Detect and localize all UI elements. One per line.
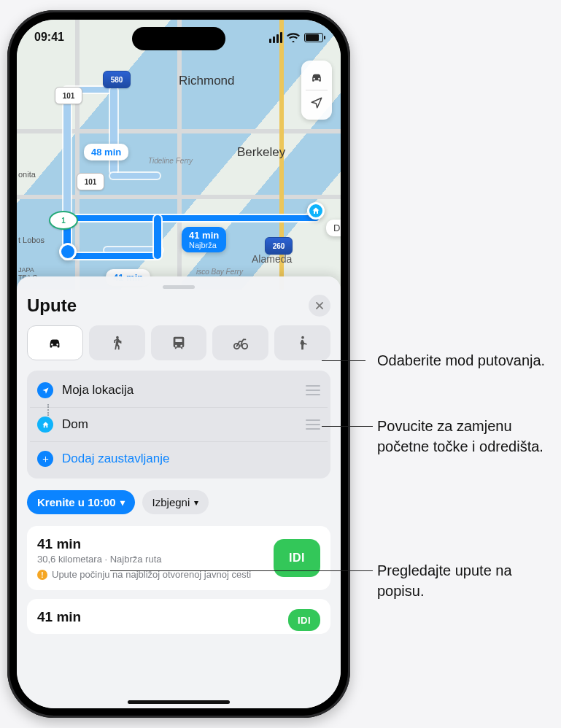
svg-point-0 bbox=[116, 336, 119, 339]
mode-cycling[interactable] bbox=[212, 325, 268, 360]
highway-shield-101: 101 bbox=[77, 173, 104, 190]
directions-sheet: Upute bbox=[17, 276, 341, 708]
stop-to-label: Dom bbox=[62, 417, 297, 432]
stop-from-label: Moja lokacija bbox=[62, 383, 297, 398]
mode-rideshare[interactable] bbox=[274, 325, 330, 360]
route-time: 41 min bbox=[37, 609, 279, 625]
recenter-button[interactable] bbox=[301, 90, 332, 115]
avoid-options-pill[interactable]: Izbjegni ▾ bbox=[142, 490, 209, 514]
travel-mode-segmented bbox=[27, 325, 330, 360]
stops-card: Moja lokacija Dom Dodaj bbox=[27, 371, 330, 479]
route-time: 41 min bbox=[37, 536, 265, 552]
sheet-grabber[interactable] bbox=[163, 285, 195, 289]
highway-shield-101: 101 bbox=[55, 87, 82, 104]
home-icon bbox=[37, 417, 53, 433]
map-label-bonita: onita bbox=[18, 170, 36, 179]
destination-label: Dom bbox=[326, 220, 341, 236]
depart-time-pill[interactable]: Krenite u 10:00 ▾ bbox=[27, 490, 135, 514]
phone-frame: 09:41 bbox=[7, 10, 350, 718]
depart-time-label: Krenite u 10:00 bbox=[37, 496, 116, 508]
map-label-ptlobos: t Lobos bbox=[18, 236, 45, 244]
route-options: Krenite u 10:00 ▾ Izbjegni ▾ bbox=[27, 490, 330, 514]
close-button[interactable] bbox=[309, 295, 330, 317]
warning-icon: ! bbox=[37, 570, 47, 580]
map-controls bbox=[301, 61, 332, 120]
map-label-sfbayferry: isco Bay Ferry bbox=[196, 268, 243, 276]
map-label-richmond: Richmond bbox=[179, 74, 235, 88]
svg-point-2 bbox=[242, 344, 247, 349]
add-stop-row[interactable]: Dodaj zaustavljanje bbox=[30, 441, 328, 476]
destination-pin[interactable] bbox=[307, 202, 325, 220]
route-distance: 30,6 kilometara · Najbrža ruta bbox=[37, 554, 265, 565]
map-view[interactable]: Dom 101 101 580 260 1 48 min 41 min 41 m… bbox=[17, 20, 341, 290]
callout-list: Pregledajte upute na popisu. bbox=[377, 560, 552, 601]
go-button[interactable]: IDI bbox=[274, 539, 320, 577]
route-bubble-time: 41 min bbox=[189, 230, 219, 241]
cellular-icon bbox=[269, 32, 282, 43]
mode-driving[interactable] bbox=[27, 325, 83, 360]
go-button-label: IDI bbox=[289, 551, 305, 565]
chevron-down-icon: ▾ bbox=[194, 497, 198, 508]
route-card[interactable]: 41 min 30,6 kilometara · Najbrža ruta ! … bbox=[27, 526, 330, 590]
home-indicator[interactable] bbox=[128, 700, 230, 704]
avoid-label: Izbjegni bbox=[152, 496, 190, 508]
status-time: 09:41 bbox=[34, 31, 64, 44]
battery-icon bbox=[304, 33, 323, 42]
go-button[interactable]: IDI bbox=[288, 609, 320, 631]
dynamic-island bbox=[132, 27, 225, 50]
map-label-tideline: Tideline Ferry bbox=[148, 157, 193, 165]
go-button-label: IDI bbox=[298, 615, 311, 626]
sheet-title: Upute bbox=[27, 295, 77, 316]
route-time-bubble-alt1[interactable]: 48 min bbox=[84, 144, 128, 160]
map-label-berkeley: Berkeley bbox=[237, 145, 285, 160]
route-time-bubble-primary[interactable]: 41 min Najbrža bbox=[182, 227, 226, 252]
reorder-handle-icon[interactable] bbox=[306, 419, 320, 430]
current-location-pin[interactable] bbox=[59, 243, 77, 260]
reorder-handle-icon[interactable] bbox=[306, 385, 320, 395]
mode-walking[interactable] bbox=[89, 325, 145, 360]
svg-point-3 bbox=[301, 336, 304, 339]
location-arrow-icon bbox=[37, 382, 53, 398]
wifi-icon bbox=[287, 32, 300, 42]
route-bubble-sub: Najbrža bbox=[189, 241, 219, 249]
screen: 09:41 bbox=[17, 20, 341, 708]
stop-from-row[interactable]: Moja lokacija bbox=[30, 373, 328, 407]
callout-drag: Povucite za zamjenu početne točke i odre… bbox=[377, 416, 552, 457]
stop-to-row[interactable]: Dom bbox=[30, 407, 328, 441]
plus-icon bbox=[37, 451, 53, 467]
chevron-down-icon: ▾ bbox=[120, 497, 125, 508]
state-route-shield-1: 1 bbox=[49, 211, 78, 230]
map-mode-button[interactable] bbox=[301, 65, 332, 90]
add-stop-label: Dodaj zaustavljanje bbox=[62, 452, 320, 466]
interstate-shield-580: 580 bbox=[103, 71, 131, 88]
mode-transit[interactable] bbox=[151, 325, 207, 360]
route-card[interactable]: 41 min IDI bbox=[27, 599, 330, 634]
interstate-shield-260: 260 bbox=[265, 237, 293, 255]
map-label-alameda: Alameda bbox=[252, 253, 292, 265]
callout-modes: Odaberite mod putovanja. bbox=[377, 350, 545, 371]
